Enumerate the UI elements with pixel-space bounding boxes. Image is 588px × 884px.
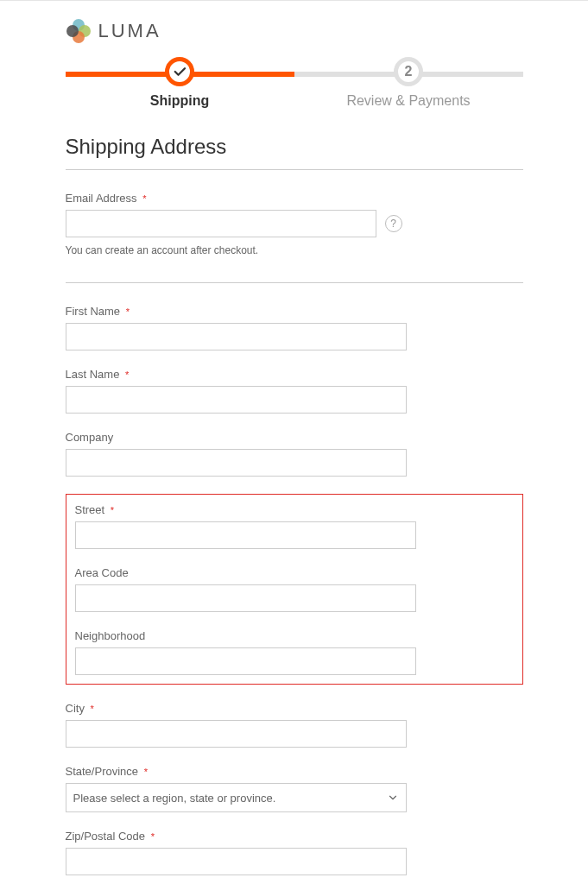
- brand-name: LUMA: [98, 20, 161, 42]
- state-label: State/Province *: [66, 765, 523, 778]
- neighborhood-label: Neighborhood: [75, 629, 514, 642]
- street-address-group: Street * Area Code Neighborhood: [66, 494, 523, 685]
- city-input[interactable]: [66, 720, 407, 748]
- svg-point-3: [66, 25, 79, 37]
- logo-icon: [66, 18, 92, 44]
- area-code-input[interactable]: [75, 584, 416, 612]
- checkmark-icon: [172, 64, 187, 79]
- company-label: Company: [66, 431, 523, 444]
- first-name-label: First Name *: [66, 305, 523, 318]
- page-title: Shipping Address: [66, 135, 523, 170]
- email-help-icon[interactable]: ?: [385, 215, 402, 232]
- last-name-label: Last Name *: [66, 368, 523, 381]
- zip-input[interactable]: [66, 848, 407, 875]
- brand-logo[interactable]: LUMA: [66, 1, 523, 57]
- city-label: City *: [66, 702, 523, 715]
- first-name-input[interactable]: [66, 323, 407, 350]
- street-label: Street *: [75, 503, 514, 516]
- neighborhood-input[interactable]: [75, 647, 416, 675]
- zip-label: Zip/Postal Code *: [66, 830, 523, 843]
- checkout-progress: Shipping 2 Review & Payments: [66, 57, 523, 109]
- street-input[interactable]: [75, 521, 416, 549]
- step-1-circle: [165, 57, 194, 86]
- step-1-label: Shipping: [150, 93, 209, 109]
- state-select[interactable]: Please select a region, state or provinc…: [66, 783, 407, 812]
- email-helper-text: You can create an account after checkout…: [66, 244, 523, 256]
- company-input[interactable]: [66, 449, 407, 477]
- step-2-circle: 2: [394, 57, 423, 86]
- email-label: Email Address *: [66, 192, 523, 205]
- email-input[interactable]: [66, 210, 376, 237]
- area-code-label: Area Code: [75, 566, 514, 579]
- step-2-label: Review & Payments: [346, 93, 470, 109]
- last-name-input[interactable]: [66, 386, 407, 414]
